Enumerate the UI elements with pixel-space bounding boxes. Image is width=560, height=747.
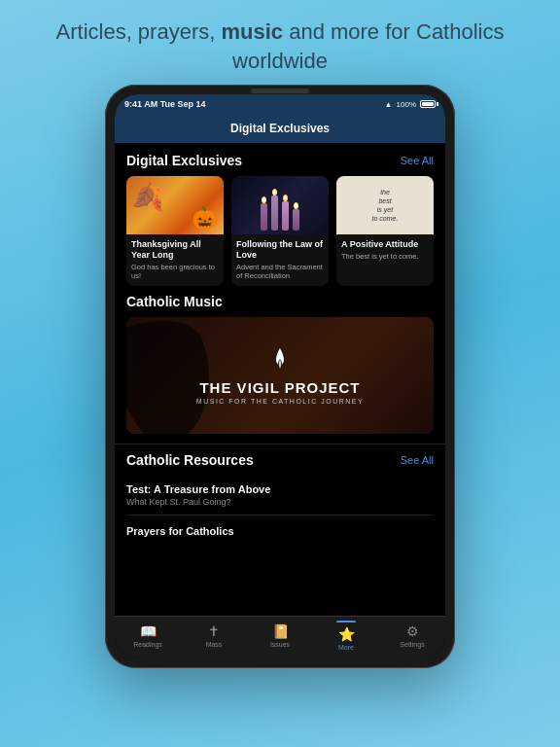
card-thanksgiving-subtitle: God has been gracious to us!	[131, 263, 219, 280]
resource-0-subtitle: What Kept St. Paul Going?	[126, 497, 434, 507]
card-note-content: A Positive Attitude The best is yet to c…	[336, 234, 434, 267]
vigil-project-subtitle: MUSIC FOR THE CATHOLIC JOURNEY	[196, 398, 364, 405]
tab-settings[interactable]: ⚙ Settings	[379, 623, 445, 648]
catholic-music-section: Catholic Music THE VIGIL PROJECT MUSIC F…	[115, 294, 445, 444]
card-candles[interactable]: Following the Law of Love Advent and the…	[231, 176, 329, 286]
candle-3	[282, 195, 289, 231]
catholic-resources-section: Catholic Resources See All Test: A Treas…	[115, 444, 445, 551]
nav-title: Digital Exclusives	[230, 122, 330, 135]
tab-more-label: More	[338, 644, 354, 651]
tab-readings-label: Readings	[133, 641, 162, 648]
hero-text: Articles, prayers, music and more for Ca…	[0, 0, 560, 85]
tab-more-active-indicator	[336, 621, 356, 622]
status-time: 9:41 AM Tue Sep 14	[124, 99, 206, 109]
card-candles-image	[231, 176, 329, 234]
candle-4	[293, 202, 299, 231]
resource-item-prayers[interactable]: Prayers for Catholics	[126, 516, 434, 543]
card-candles-subtitle: Advent and the Sacrament of Reconciliati…	[236, 263, 324, 280]
card-note-subtitle: The best is yet to come.	[341, 252, 429, 261]
music-banner[interactable]: THE VIGIL PROJECT MUSIC FOR THE CATHOLIC…	[126, 317, 434, 434]
tab-issues-label: Issues	[270, 641, 290, 648]
digital-exclusives-title: Digital Exclusives	[126, 153, 242, 168]
resource-item-0[interactable]: Test: A Treasure from Above What Kept St…	[126, 476, 434, 516]
content-area[interactable]: Digital Exclusives See All Thanksgiving …	[115, 143, 445, 616]
tab-readings[interactable]: 📖 Readings	[115, 623, 181, 648]
card-note-title: A Positive Attitude	[341, 239, 429, 250]
catholic-music-title: Catholic Music	[126, 294, 434, 309]
tab-bar: 📖 Readings ✝ Mass 📔 Issues ⭐ More ⚙ Sett…	[115, 616, 445, 658]
card-note[interactable]: thebestis yetto come. A Positive Attitud…	[336, 176, 434, 286]
candle-1	[261, 196, 267, 231]
card-thanksgiving-content: Thanksgiving All Year Long God has been …	[126, 234, 224, 286]
digital-exclusives-see-all[interactable]: See All	[401, 155, 434, 166]
card-thanksgiving-title: Thanksgiving All Year Long	[131, 239, 219, 261]
tab-mass[interactable]: ✝ Mass	[181, 623, 247, 648]
card-candles-content: Following the Law of Love Advent and the…	[231, 234, 329, 286]
status-bar: 9:41 AM Tue Sep 14 ▲ 100%	[115, 94, 445, 114]
digital-exclusives-section: Digital Exclusives See All Thanksgiving …	[115, 143, 445, 294]
tab-issues[interactable]: 📔 Issues	[247, 623, 313, 648]
tab-settings-icon: ⚙	[406, 623, 419, 639]
catholic-resources-header: Catholic Resources See All	[126, 452, 434, 468]
resource-prayers-title: Prayers for Catholics	[126, 525, 434, 537]
candle-2	[271, 189, 278, 231]
catholic-resources-title: Catholic Resources	[126, 452, 254, 468]
status-right: ▲ 100%	[385, 100, 436, 109]
wifi-icon: ▲	[385, 100, 393, 109]
tab-more-icon: ⭐	[338, 626, 355, 642]
tab-readings-icon: 📖	[140, 623, 157, 639]
card-thanksgiving[interactable]: Thanksgiving All Year Long God has been …	[126, 176, 224, 286]
flame-icon	[268, 346, 292, 375]
vigil-project-title: THE VIGIL PROJECT	[199, 379, 360, 396]
battery-icon	[420, 100, 436, 108]
hero-bold: music	[221, 19, 283, 44]
cards-row: Thanksgiving All Year Long God has been …	[126, 176, 434, 286]
tab-mass-label: Mass	[206, 641, 223, 648]
card-note-image: thebestis yetto come.	[336, 176, 434, 234]
note-text: thebestis yetto come.	[368, 184, 402, 227]
card-thanksgiving-image	[126, 176, 224, 234]
tab-more[interactable]: ⭐ More	[313, 621, 379, 651]
catholic-resources-see-all[interactable]: See All	[401, 454, 434, 466]
tab-settings-label: Settings	[400, 641, 424, 648]
card-candles-title: Following the Law of Love	[236, 239, 324, 261]
digital-exclusives-header: Digital Exclusives See All	[126, 153, 434, 168]
tab-mass-icon: ✝	[208, 623, 220, 639]
tab-issues-icon: 📔	[272, 623, 289, 639]
ipad-device: 9:41 AM Tue Sep 14 ▲ 100% Digital Exclus…	[105, 85, 455, 668]
battery-label: 100%	[397, 100, 416, 109]
ipad-screen: 9:41 AM Tue Sep 14 ▲ 100% Digital Exclus…	[115, 94, 445, 658]
nav-bar: Digital Exclusives	[115, 114, 445, 143]
resource-0-title: Test: A Treasure from Above	[126, 483, 434, 495]
